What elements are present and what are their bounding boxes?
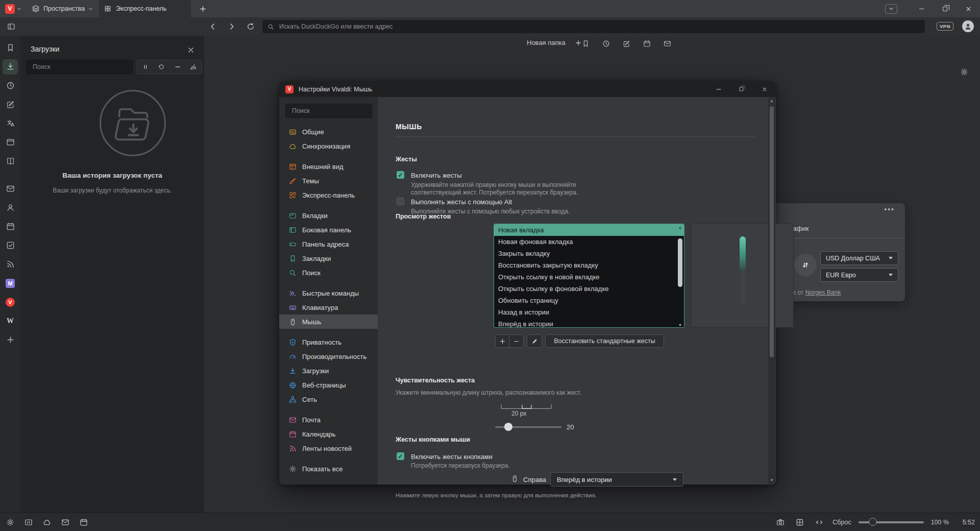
restart-download-button[interactable] — [158, 63, 165, 70]
settings-close-button[interactable] — [753, 81, 776, 97]
vpn-badge[interactable]: VPN — [937, 22, 953, 31]
scroll-up-icon[interactable]: ▲ — [677, 226, 683, 229]
gesture-row[interactable]: Закрыть вкладку — [494, 248, 684, 259]
settings-nav-quick-commands[interactable]: Быстрые команды — [279, 286, 378, 300]
restore-gestures-button[interactable]: Восстановить стандартные жесты — [545, 334, 664, 348]
rail-item-bookmarks[interactable] — [0, 38, 20, 57]
calendar-nav-icon[interactable] — [643, 40, 651, 47]
gesture-row[interactable]: Открыть ссылку в новой вкладке — [494, 271, 684, 283]
settings-nav-network[interactable]: Сеть — [279, 392, 378, 406]
capture-button[interactable] — [774, 516, 787, 528]
status-button-sync[interactable] — [41, 516, 53, 528]
rail-item-web-panel-m[interactable]: M — [0, 274, 20, 293]
notes-nav-icon[interactable] — [623, 40, 630, 47]
settings-minimize-button[interactable] — [707, 81, 730, 97]
settings-nav-speed-dial[interactable]: Экспресс-панель — [279, 188, 378, 202]
vivaldi-menu-button[interactable]: V — [0, 0, 26, 17]
right-button-action-select[interactable]: Вперёд в истории — [550, 472, 683, 487]
gesture-row[interactable]: Новая фоновая вкладка — [494, 236, 684, 248]
minimize-button[interactable] — [910, 0, 933, 17]
status-button-mail[interactable] — [59, 516, 71, 528]
currency-from-select[interactable]: USD Доллар США — [820, 251, 898, 265]
settings-nav-show-all[interactable]: Показать все — [279, 462, 378, 476]
settings-search[interactable] — [285, 104, 372, 118]
settings-nav-sync[interactable]: Синхронизация — [279, 139, 378, 153]
status-button-panel-toggle[interactable] — [22, 516, 35, 528]
settings-nav-calendar[interactable]: Календарь — [279, 427, 378, 441]
settings-nav-performance[interactable]: Производительность — [279, 349, 378, 364]
zoom-slider-handle[interactable] — [869, 518, 877, 526]
page-actions-button[interactable] — [813, 516, 825, 528]
settings-nav-downloads[interactable]: Загрузки — [279, 364, 378, 378]
panel-toggle-button[interactable] — [5, 20, 18, 33]
restore-button[interactable] — [933, 0, 957, 17]
speed-dial-settings-button[interactable] — [960, 68, 968, 76]
rail-item-web-panel-wikipedia[interactable]: W — [0, 311, 20, 330]
settings-titlebar[interactable]: V Настройки Vivaldi: Мышь — [279, 81, 776, 97]
add-gesture-button[interactable] — [496, 335, 509, 347]
zoom-reset-button[interactable]: Сброс — [832, 519, 851, 526]
new-tab-button[interactable] — [195, 1, 210, 16]
remove-gesture-button[interactable] — [509, 335, 523, 347]
settings-scrollbar[interactable]: ▲ ▼ — [768, 97, 775, 484]
gesture-row[interactable]: Назад в истории — [494, 306, 684, 318]
settings-nav-side-panel[interactable]: Боковая панель — [279, 223, 378, 237]
tab-speed-dial[interactable]: Экспресс-панель — [99, 0, 191, 17]
gesture-row[interactable]: Восстановить закрытую вкладку — [494, 259, 684, 271]
widget-menu-button[interactable]: ••• — [884, 205, 895, 213]
rail-item-reading-list[interactable] — [0, 152, 20, 171]
settings-nav-feeds[interactable]: Ленты новостей — [279, 441, 378, 455]
settings-nav-address-bar[interactable]: Панель адреса — [279, 237, 378, 251]
alt-gestures-checkbox[interactable] — [397, 198, 404, 205]
close-button[interactable] — [957, 0, 980, 17]
history-nav-icon[interactable] — [602, 40, 610, 47]
currency-to-select[interactable]: EUR Евро — [820, 268, 898, 282]
rail-item-history[interactable] — [0, 76, 20, 95]
tab-menu-button[interactable] — [885, 4, 897, 14]
tiling-button[interactable] — [794, 516, 806, 528]
settings-maximize-button[interactable] — [730, 81, 753, 97]
gesture-row[interactable]: Открыть ссылку в фоновой вкладке — [494, 283, 684, 295]
settings-nav-tabs[interactable]: Вкладки — [279, 208, 378, 223]
rail-item-translate[interactable] — [0, 114, 20, 133]
mail-nav-icon[interactable] — [664, 40, 671, 47]
status-button-calendar[interactable] — [78, 516, 90, 528]
settings-nav-search[interactable]: Поиск — [279, 266, 378, 280]
rail-item-mail[interactable] — [0, 179, 20, 198]
zoom-slider-track[interactable] — [859, 521, 924, 523]
new-folder-label[interactable]: Новая папка — [527, 39, 566, 46]
scroll-down-icon[interactable]: ▼ — [768, 478, 775, 482]
settings-nav-mouse[interactable]: Мышь — [279, 315, 378, 329]
rail-item-tasks[interactable] — [0, 236, 20, 255]
rail-item-contacts[interactable] — [0, 198, 20, 217]
bookmarks-nav-icon[interactable] — [582, 40, 590, 47]
rail-item-add-web-panel[interactable] — [0, 330, 20, 349]
scrollbar-thumb[interactable] — [770, 106, 774, 357]
add-speed-dial-button[interactable] — [575, 39, 582, 46]
profile-button[interactable] — [962, 20, 974, 32]
settings-nav-general[interactable]: Общие — [279, 125, 378, 139]
enable-button-gestures-checkbox[interactable]: ✓ — [397, 452, 404, 460]
scrollbar-thumb[interactable] — [678, 238, 682, 287]
forward-button[interactable] — [225, 20, 238, 33]
scroll-down-icon[interactable]: ▼ — [677, 323, 683, 327]
rates-source-link[interactable]: Norges Bank — [805, 289, 841, 296]
settings-search-input[interactable] — [291, 107, 366, 115]
gesture-row[interactable]: Обновить страницу — [494, 295, 684, 306]
clear-downloads-button[interactable] — [190, 63, 197, 70]
rail-item-downloads[interactable] — [0, 57, 20, 76]
settings-nav-privacy[interactable]: Приватность — [279, 335, 378, 349]
gesture-list-scrollbar[interactable]: ▲ ▼ — [677, 225, 683, 328]
rail-item-feeds[interactable] — [0, 255, 20, 274]
address-bar[interactable] — [262, 20, 925, 33]
status-button-settings[interactable] — [4, 516, 16, 528]
settings-nav-mail[interactable]: Почта — [279, 413, 378, 427]
rail-item-windows[interactable] — [0, 133, 20, 152]
settings-nav-keyboard[interactable]: Клавиатура — [279, 300, 378, 315]
enable-gestures-checkbox[interactable]: ✓ — [397, 171, 404, 179]
address-input[interactable] — [278, 22, 920, 31]
settings-nav-themes[interactable]: Темы — [279, 174, 378, 188]
sensitivity-slider-handle[interactable] — [504, 423, 512, 431]
edit-gesture-button[interactable] — [527, 334, 542, 348]
panel-close-button[interactable] — [187, 46, 195, 54]
